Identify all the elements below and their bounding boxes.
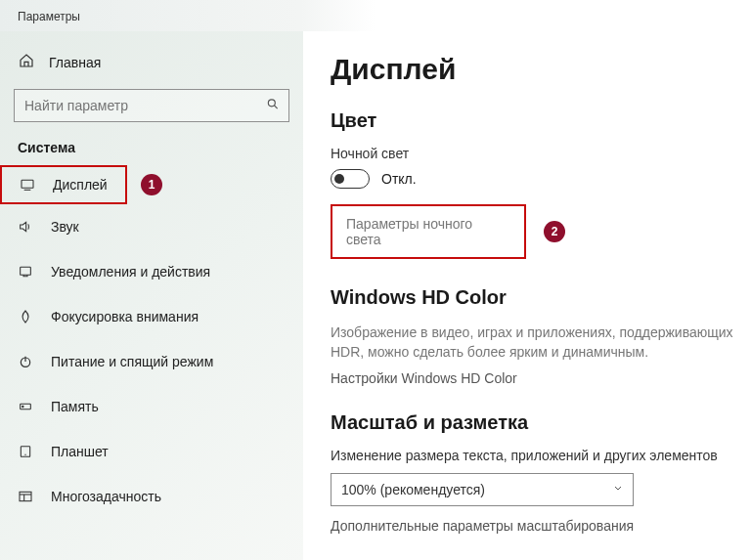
notifications-icon [18,264,35,280]
power-icon [18,354,35,369]
sidebar-section-title: Система [0,136,303,165]
main-content: Дисплей Цвет Ночной свет Откл. Параметры… [303,31,751,560]
sidebar-item-label: Планшет [51,444,109,459]
svg-rect-11 [20,492,31,500]
scale-select[interactable]: 100% (рекомендуется) [331,473,634,506]
night-light-toggle[interactable] [331,169,370,189]
sidebar-item-label: Память [51,399,99,414]
display-icon [20,177,37,193]
night-light-state: Откл. [381,171,417,187]
advanced-scaling-link[interactable]: Дополнительные параметры масштабирования [331,518,733,534]
sidebar-item-label: Уведомления и действия [51,264,210,280]
night-light-settings-link[interactable]: Параметры ночного света [331,204,526,259]
callout-one: 1 [141,174,162,195]
sidebar-item-notifications[interactable]: Уведомления и действия [0,249,303,294]
svg-point-8 [22,406,23,407]
page-title: Дисплей [331,53,733,86]
sidebar-item-label: Многозадачность [51,489,161,504]
search-input[interactable] [14,89,289,122]
sound-icon [18,219,35,235]
sidebar-home-label: Главная [49,55,101,70]
sidebar-item-tablet[interactable]: Планшет [0,429,303,474]
hd-color-desc: Изображение в видео, играх и приложениях… [331,323,733,363]
svg-point-0 [268,100,275,107]
scale-label: Изменение размера текста, приложений и д… [331,448,733,463]
sidebar-item-label: Звук [51,219,79,235]
sidebar-home[interactable]: Главная [0,43,303,81]
scale-select-value: 100% (рекомендуется) [341,482,485,497]
multitasking-icon [18,489,35,504]
sidebar-item-power[interactable]: Питание и спящий режим [0,339,303,384]
window-title: Параметры [0,0,751,31]
scale-heading: Масштаб и разметка [331,411,733,434]
sidebar-item-focus[interactable]: Фокусировка внимания [0,294,303,339]
sidebar-item-label: Питание и спящий режим [51,354,213,369]
chevron-down-icon [612,482,624,496]
sidebar-item-label: Фокусировка внимания [51,309,199,324]
hd-color-link[interactable]: Настройки Windows HD Color [331,370,733,386]
sidebar-item-multitasking[interactable]: Многозадачность [0,474,303,519]
storage-icon [18,399,35,414]
sidebar-item-label: Дисплей [53,177,108,193]
callout-two: 2 [544,221,565,242]
color-heading: Цвет [331,109,733,132]
sidebar-item-sound[interactable]: Звук [0,204,303,249]
sidebar-item-display[interactable]: Дисплей [0,165,127,204]
sidebar: Главная Система Дисплей 1 [0,31,303,560]
focus-icon [18,309,35,324]
svg-line-1 [274,106,277,108]
home-icon [18,53,35,71]
tablet-icon [18,444,35,459]
night-light-label: Ночной свет [331,146,733,161]
svg-rect-4 [21,267,31,275]
svg-rect-2 [22,180,33,188]
sidebar-nav: Дисплей 1 Звук Уведомления и действия [0,165,303,519]
search-icon [266,98,280,114]
hd-color-heading: Windows HD Color [331,286,733,309]
sidebar-item-storage[interactable]: Память [0,384,303,429]
search-box[interactable] [14,89,289,122]
